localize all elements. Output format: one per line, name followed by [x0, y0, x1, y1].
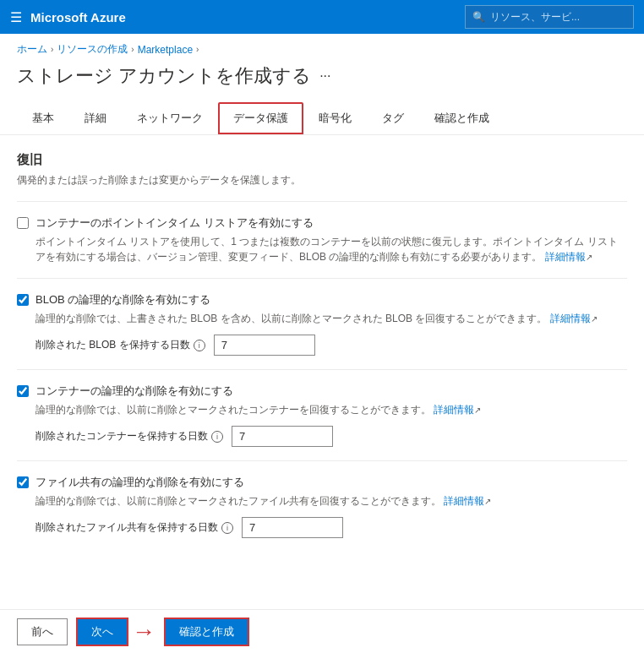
section-title: 復旧 [17, 152, 627, 168]
file-days-info-icon[interactable]: i [221, 522, 233, 534]
tab-detail[interactable]: 詳細 [69, 102, 122, 134]
page-title: ストレージ アカウントを作成する [17, 63, 311, 89]
chevron-icon-3: › [196, 45, 199, 54]
breadcrumb: ホーム › リソースの作成 › Marketplace › [0, 34, 644, 60]
divider-1 [17, 201, 627, 202]
tab-encryption[interactable]: 暗号化 [303, 102, 367, 134]
blob-days-input[interactable] [214, 335, 315, 356]
prev-button[interactable]: 前へ [17, 618, 68, 645]
more-options-icon[interactable]: ··· [319, 68, 330, 84]
blobsoftdelete-label[interactable]: BLOB の論理的な削除を有効にする [35, 292, 210, 307]
arrow-indicator-icon: → [132, 618, 156, 645]
file-days-label: 削除されたファイル共有を保持する日数 i [35, 520, 233, 535]
content-area: 復旧 偶発的または誤った削除または変更からデータを保護します。 コンテナーのポイ… [0, 135, 644, 619]
divider-2 [17, 278, 627, 279]
chevron-icon-2: › [131, 45, 134, 54]
blob-days-input-row: 削除された BLOB を保持する日数 i [35, 335, 627, 356]
search-bar: 🔍 [465, 5, 634, 29]
next-button[interactable]: 次へ [76, 618, 128, 646]
filesoftdelete-link[interactable]: 詳細情報 [444, 495, 484, 507]
filesoftdelete-label[interactable]: ファイル共有の論理的な削除を有効にする [35, 475, 244, 490]
container-days-input[interactable] [232, 426, 333, 447]
blobsoftdelete-link[interactable]: 詳細情報 [550, 313, 591, 324]
blobsoftdelete-desc: 論理的な削除では、上書きされた BLOB を含め、以前に削除とマークされた BL… [35, 311, 627, 326]
page-title-row: ストレージ アカウントを作成する ··· [0, 60, 644, 102]
checkbox-row-blobsoftdelete: BLOB の論理的な削除を有効にする [17, 292, 627, 307]
hamburger-icon[interactable]: ☰ [10, 9, 22, 25]
review-button[interactable]: 確認と作成 [164, 618, 249, 646]
tab-dataprotection[interactable]: データ保護 [218, 102, 303, 134]
container-days-label: 削除されたコンテナーを保持する日数 i [35, 429, 223, 443]
checkbox-row-pointintime: コンテナーのポイントインタイム リストアを有効にする [17, 215, 627, 231]
container-days-input-row: 削除されたコンテナーを保持する日数 i [35, 426, 627, 447]
breadcrumb-marketplace[interactable]: Marketplace [138, 44, 193, 56]
filesoftdelete-desc: 論理的な削除では、以前に削除とマークされたファイル共有を回復することができます。… [35, 493, 627, 509]
search-icon: 🔍 [472, 11, 485, 23]
checkbox-row-filesoftdelete: ファイル共有の論理的な削除を有効にする [17, 475, 627, 490]
chevron-icon: › [51, 45, 53, 54]
pointintime-label[interactable]: コンテナーのポイントインタイム リストアを有効にする [35, 215, 314, 231]
checkbox-row-containersoftdelete: コンテナーの論理的な削除を有効にする [17, 384, 627, 399]
tabs-bar: 基本 詳細 ネットワーク データ保護 暗号化 タグ 確認と作成 [0, 102, 644, 135]
containersoftdelete-desc: 論理的な削除では、以前に削除とマークされたコンテナーを回復することができます。 … [35, 402, 627, 417]
divider-3 [17, 369, 627, 370]
tab-review[interactable]: 確認と作成 [419, 102, 505, 134]
bottom-bar: 前へ 次へ → 確認と作成 [0, 609, 644, 653]
containersoftdelete-label[interactable]: コンテナーの論理的な削除を有効にする [35, 384, 233, 399]
file-days-input-row: 削除されたファイル共有を保持する日数 i [35, 517, 627, 538]
container-days-info-icon[interactable]: i [211, 431, 223, 443]
blob-days-info-icon[interactable]: i [194, 340, 205, 351]
file-days-input[interactable] [242, 517, 343, 538]
tab-network[interactable]: ネットワーク [122, 102, 218, 134]
search-input[interactable] [490, 11, 625, 23]
breadcrumb-create[interactable]: リソースの作成 [57, 42, 128, 57]
pointintime-checkbox[interactable] [17, 217, 29, 229]
tab-basic[interactable]: 基本 [17, 102, 69, 134]
blob-days-label: 削除された BLOB を保持する日数 i [35, 338, 205, 352]
filesoftdelete-checkbox[interactable] [17, 476, 29, 488]
pointintime-desc: ポイントインタイム リストアを使用して、1 つまたは複数のコンテナーを以前の状態… [35, 234, 627, 264]
containersoftdelete-checkbox[interactable] [17, 385, 29, 397]
divider-4 [17, 460, 627, 461]
section-desc: 偶発的または誤った削除または変更からデータを保護します。 [17, 173, 627, 188]
blobsoftdelete-checkbox[interactable] [17, 294, 29, 306]
pointintime-link[interactable]: 詳細情報 [545, 251, 586, 263]
containersoftdelete-link[interactable]: 詳細情報 [434, 404, 474, 416]
azure-logo: Microsoft Azure [30, 10, 456, 24]
tab-tags[interactable]: タグ [367, 102, 419, 134]
breadcrumb-home[interactable]: ホーム [17, 42, 47, 57]
top-navigation: ☰ Microsoft Azure 🔍 [0, 0, 644, 34]
